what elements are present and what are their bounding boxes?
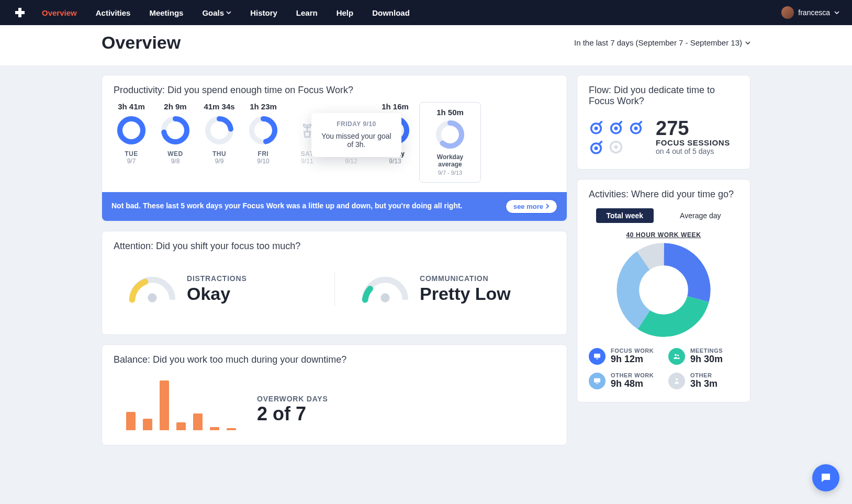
progress-ring <box>249 116 278 145</box>
overwork-bar <box>176 422 186 430</box>
goal-miss-tooltip: FRIDAY 9/10 You missed your goal of 3h. <box>311 113 401 157</box>
chevron-down-icon <box>745 40 750 46</box>
day-name: THU <box>199 150 239 158</box>
nav-meetings[interactable]: Meetings <box>149 8 183 17</box>
distractions-cell: DISTRACTIONS Okay <box>127 273 334 306</box>
productivity-title: Productivity: Did you spend enough time … <box>102 75 567 99</box>
day-name: TUE <box>111 150 151 158</box>
day-wed[interactable]: 2h 9mWED9/8 <box>155 102 195 165</box>
flow-title: Flow: Did you dedicate time to Focus Wor… <box>577 75 750 113</box>
nav-help[interactable]: Help <box>337 8 354 17</box>
day-value: 41m 34s <box>199 102 239 111</box>
activities-title: Activities: Where did your time go? <box>577 180 750 203</box>
monitor-icon <box>589 373 606 389</box>
day-date: 9/13 <box>375 158 415 165</box>
target-hit-icon <box>609 120 623 135</box>
help-fab[interactable] <box>812 464 839 466</box>
day-value <box>287 102 327 111</box>
activity-focus-work: FOCUS WORK9h 12m <box>589 348 659 365</box>
day-name: FRI <box>243 150 283 158</box>
activity-value: 9h 30m <box>690 354 723 365</box>
target-hit-icon <box>629 120 643 135</box>
balance-title: Balance: Did you work too much during yo… <box>102 345 567 368</box>
overwork-bar <box>143 419 152 430</box>
tab-average-day[interactable]: Average day <box>669 208 731 223</box>
svg-point-21 <box>595 146 598 150</box>
tooltip-heading: FRIDAY 9/10 <box>319 120 394 128</box>
svg-point-19 <box>634 126 638 130</box>
activities-tabs: Total weekAverage day <box>577 203 750 226</box>
svg-point-33 <box>677 354 679 356</box>
target-hit-icon <box>589 140 603 154</box>
svg-point-29 <box>643 270 683 310</box>
svg-point-1 <box>120 119 143 142</box>
day-tue[interactable]: 3h 41mTUE9/7 <box>111 102 151 165</box>
overwork-value: 2 of 7 <box>257 403 328 425</box>
day-date: 9/7 <box>111 158 151 165</box>
day-value: 1h 23m <box>243 102 283 111</box>
nav-overview[interactable]: Overview <box>42 8 77 17</box>
avg-label: Workday average <box>425 153 475 169</box>
nav-download[interactable]: Download <box>372 8 410 17</box>
activity-label: OTHER <box>690 372 718 378</box>
activities-donut <box>616 243 711 337</box>
avg-range: 9/7 - 9/13 <box>425 170 475 176</box>
app-logo <box>13 5 27 20</box>
tab-total-week[interactable]: Total week <box>596 208 654 223</box>
activity-label: MEETINGS <box>690 348 723 354</box>
communication-label: COMMUNICATION <box>420 274 511 283</box>
day-date: 9/8 <box>155 158 195 165</box>
nav-history[interactable]: History <box>250 8 277 17</box>
distractions-gauge <box>127 273 177 306</box>
focus-session-count: 275 <box>656 118 730 138</box>
svg-point-12 <box>148 293 156 302</box>
chevron-down-icon <box>834 10 839 15</box>
people-icon <box>668 348 685 365</box>
activity-value: 9h 48m <box>611 378 654 389</box>
target-miss-icon <box>609 140 623 154</box>
day-date: 9/9 <box>199 158 239 165</box>
nav-activities[interactable]: Activities <box>96 8 131 17</box>
svg-rect-34 <box>594 378 600 382</box>
avatar <box>781 6 794 19</box>
flow-targets <box>589 120 643 154</box>
day-name: WED <box>155 150 195 158</box>
donut-title: 40 HOUR WORK WEEK <box>577 231 750 239</box>
page-title: Overview <box>102 32 181 53</box>
communication-cell: COMMUNICATION Pretty Low <box>334 273 542 306</box>
attention-card: Attention: Did you shift your focus too … <box>102 231 567 335</box>
balance-card: Balance: Did you work too much during yo… <box>102 344 567 445</box>
svg-rect-35 <box>596 383 598 384</box>
activity-label: OTHER WORK <box>611 372 654 378</box>
productivity-card: FRIDAY 9/10 You missed your goal of 3h. … <box>102 75 567 221</box>
day-value: 2h 9m <box>155 102 195 111</box>
svg-point-15 <box>595 126 598 130</box>
productivity-summary-banner: Not bad. These last 5 work days your Foc… <box>102 192 567 221</box>
person-icon <box>668 373 685 389</box>
flow-card: Flow: Did you dedicate time to Focus Wor… <box>577 75 750 170</box>
svg-point-36 <box>676 378 678 380</box>
nav-learn[interactable]: Learn <box>296 8 318 17</box>
nav-goals[interactable]: Goals <box>202 8 231 17</box>
progress-ring <box>161 116 190 145</box>
day-value: 1h 16m <box>375 102 415 111</box>
day-date: 9/11 <box>287 158 327 165</box>
svg-point-13 <box>380 293 389 302</box>
date-range-picker[interactable]: In the last 7 days (September 7 - Septem… <box>574 38 750 47</box>
focus-session-sub: on 4 out of 5 days <box>656 147 730 155</box>
svg-rect-31 <box>596 359 598 359</box>
progress-ring <box>205 116 234 145</box>
activity-value: 3h 3m <box>690 378 718 389</box>
day-fri[interactable]: 1h 23mFRI9/10 <box>243 102 283 165</box>
top-nav: OverviewActivitiesMeetingsGoalsHistoryLe… <box>0 0 852 25</box>
activity-other-work: OTHER WORK9h 48m <box>589 372 659 389</box>
svg-point-32 <box>675 354 677 356</box>
day-thu[interactable]: 41m 34sTHU9/9 <box>199 102 239 165</box>
day-date: 9/12 <box>331 158 371 165</box>
user-menu[interactable]: francesca <box>781 6 839 19</box>
overwork-bar <box>160 380 169 430</box>
day-value <box>331 102 371 111</box>
attention-title: Attention: Did you shift your focus too … <box>102 231 567 255</box>
see-more-button[interactable]: see more <box>506 199 557 214</box>
monitor-icon <box>589 348 606 365</box>
